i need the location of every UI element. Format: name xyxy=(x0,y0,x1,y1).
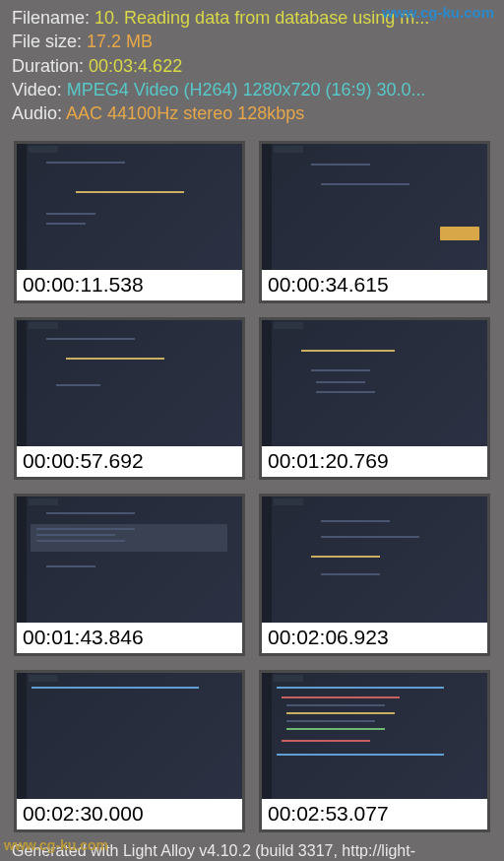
duration-label: Duration: xyxy=(12,56,84,76)
thumbnail-timestamp: 00:00:57.692 xyxy=(17,446,242,477)
thumbnail-image xyxy=(17,144,242,270)
thumbnail-image xyxy=(262,320,487,446)
info-duration: Duration: 00:03:4.622 xyxy=(12,54,492,78)
thumbnail-timestamp: 00:00:34.615 xyxy=(262,270,487,300)
info-audio: Audio: AAC 44100Hz stereo 128kbps xyxy=(12,101,492,125)
thumbnail[interactable]: 00:00:57.692 xyxy=(14,317,245,480)
thumbnail-timestamp: 00:01:20.769 xyxy=(262,446,487,477)
thumbnail-image xyxy=(17,497,242,623)
thumbnail-image xyxy=(17,673,242,799)
filesize-value: 17.2 MB xyxy=(87,32,153,51)
video-label: Video: xyxy=(12,80,62,99)
thumbnail-image xyxy=(262,144,487,270)
thumbnail-grid: 00:00:11.538 00:00:34.615 00:00:57.692 0… xyxy=(0,129,504,832)
video-value: MPEG4 Video (H264) 1280x720 (16:9) 30.0.… xyxy=(67,80,426,99)
thumbnail-timestamp: 00:02:53.077 xyxy=(262,799,487,829)
audio-value: AAC 44100Hz stereo 128kbps xyxy=(66,103,304,123)
thumbnail[interactable]: 00:02:53.077 xyxy=(259,670,490,832)
thumbnail[interactable]: 00:00:11.538 xyxy=(14,141,245,303)
thumbnail-image xyxy=(262,673,487,799)
info-filesize: File size: 17.2 MB xyxy=(12,30,492,53)
filename-value: 10. Reading data from database using m..… xyxy=(94,8,429,28)
thumbnail-image xyxy=(17,320,242,446)
thumbnail[interactable]: 00:00:34.615 xyxy=(259,141,490,303)
thumbnail[interactable]: 00:01:20.769 xyxy=(259,317,490,480)
filename-label: Filename: xyxy=(12,8,90,28)
duration-value: 00:03:4.622 xyxy=(89,56,182,76)
thumbnail-image xyxy=(262,497,487,623)
audio-label: Audio: xyxy=(12,103,62,123)
thumbnail[interactable]: 00:01:43.846 xyxy=(14,494,245,656)
thumbnail-timestamp: 00:02:06.923 xyxy=(262,623,487,653)
thumbnail-timestamp: 00:00:11.538 xyxy=(17,270,242,300)
thumbnail-timestamp: 00:01:43.846 xyxy=(17,623,242,653)
thumbnail[interactable]: 00:02:30.000 xyxy=(14,670,245,832)
thumbnail[interactable]: 00:02:06.923 xyxy=(259,494,490,656)
filesize-label: File size: xyxy=(12,32,82,51)
watermark-bottom: www.cg-ku.com xyxy=(4,837,108,853)
watermark-top: www.cg-ku.com xyxy=(382,4,494,21)
info-video: Video: MPEG4 Video (H264) 1280x720 (16:9… xyxy=(12,78,492,101)
thumbnail-timestamp: 00:02:30.000 xyxy=(17,799,242,829)
